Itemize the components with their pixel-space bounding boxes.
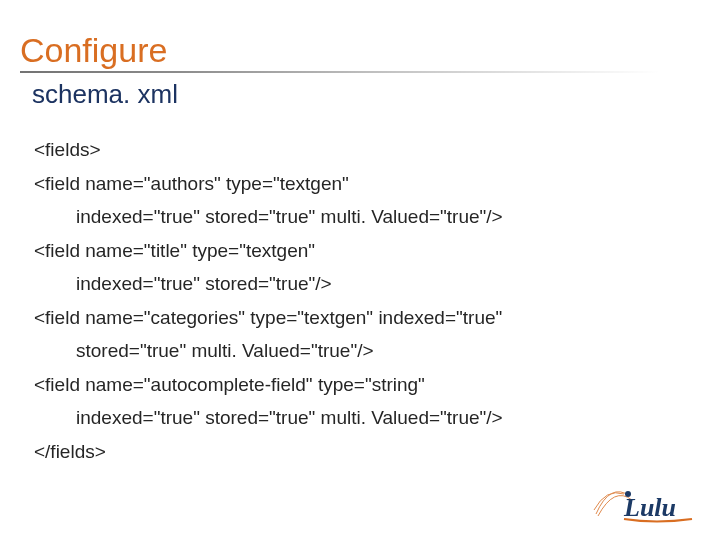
logo-text: Lulu <box>623 493 676 522</box>
code-line: indexed="true" stored="true" multi. Valu… <box>34 203 690 231</box>
page-title: Configure <box>20 32 700 69</box>
code-line: </fields> <box>34 438 690 466</box>
title-block: Configure schema. xml <box>20 32 700 110</box>
lulu-logo: Lulu <box>592 480 702 524</box>
code-line: <fields> <box>34 136 690 164</box>
code-line: <field name="categories" type="textgen" … <box>34 304 690 332</box>
title-underline <box>20 71 660 73</box>
subtitle: schema. xml <box>32 79 700 110</box>
code-block: <fields> <field name="authors" type="tex… <box>34 130 690 471</box>
code-line: <field name="title" type="textgen" <box>34 237 690 265</box>
code-line: <field name="autocomplete-field" type="s… <box>34 371 690 399</box>
code-line: indexed="true" stored="true" multi. Valu… <box>34 404 690 432</box>
code-line: indexed="true" stored="true"/> <box>34 270 690 298</box>
slide: Configure schema. xml <fields> <field na… <box>0 0 720 540</box>
code-line: <field name="authors" type="textgen" <box>34 170 690 198</box>
code-line: stored="true" multi. Valued="true"/> <box>34 337 690 365</box>
